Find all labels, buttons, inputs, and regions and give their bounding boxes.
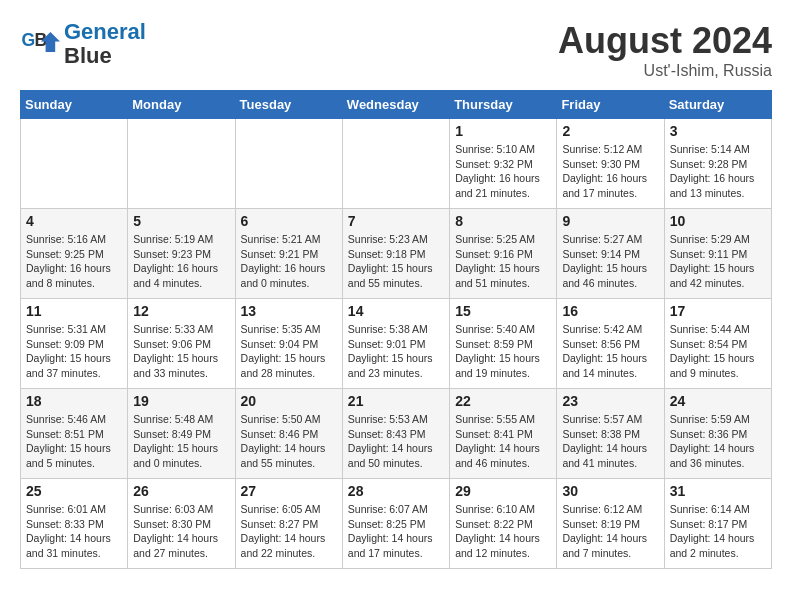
day-info: Sunrise: 5:27 AM Sunset: 9:14 PM Dayligh…: [562, 232, 658, 291]
day-info: Sunrise: 6:12 AM Sunset: 8:19 PM Dayligh…: [562, 502, 658, 561]
calendar-cell: [21, 119, 128, 209]
calendar-cell: 29Sunrise: 6:10 AM Sunset: 8:22 PM Dayli…: [450, 479, 557, 569]
day-number: 18: [26, 393, 122, 409]
day-info: Sunrise: 5:59 AM Sunset: 8:36 PM Dayligh…: [670, 412, 766, 471]
day-info: Sunrise: 6:03 AM Sunset: 8:30 PM Dayligh…: [133, 502, 229, 561]
day-number: 31: [670, 483, 766, 499]
calendar-cell: [128, 119, 235, 209]
day-info: Sunrise: 5:46 AM Sunset: 8:51 PM Dayligh…: [26, 412, 122, 471]
calendar-week-1: 1Sunrise: 5:10 AM Sunset: 9:32 PM Daylig…: [21, 119, 772, 209]
calendar-cell: 31Sunrise: 6:14 AM Sunset: 8:17 PM Dayli…: [664, 479, 771, 569]
day-info: Sunrise: 5:57 AM Sunset: 8:38 PM Dayligh…: [562, 412, 658, 471]
day-number: 19: [133, 393, 229, 409]
day-info: Sunrise: 6:05 AM Sunset: 8:27 PM Dayligh…: [241, 502, 337, 561]
calendar-cell: 5Sunrise: 5:19 AM Sunset: 9:23 PM Daylig…: [128, 209, 235, 299]
day-number: 4: [26, 213, 122, 229]
calendar-cell: 2Sunrise: 5:12 AM Sunset: 9:30 PM Daylig…: [557, 119, 664, 209]
calendar-cell: 10Sunrise: 5:29 AM Sunset: 9:11 PM Dayli…: [664, 209, 771, 299]
day-info: Sunrise: 5:55 AM Sunset: 8:41 PM Dayligh…: [455, 412, 551, 471]
calendar-week-4: 18Sunrise: 5:46 AM Sunset: 8:51 PM Dayli…: [21, 389, 772, 479]
calendar-cell: 25Sunrise: 6:01 AM Sunset: 8:33 PM Dayli…: [21, 479, 128, 569]
day-info: Sunrise: 5:19 AM Sunset: 9:23 PM Dayligh…: [133, 232, 229, 291]
calendar-cell: 3Sunrise: 5:14 AM Sunset: 9:28 PM Daylig…: [664, 119, 771, 209]
day-number: 10: [670, 213, 766, 229]
day-number: 8: [455, 213, 551, 229]
day-number: 20: [241, 393, 337, 409]
day-number: 9: [562, 213, 658, 229]
day-info: Sunrise: 6:14 AM Sunset: 8:17 PM Dayligh…: [670, 502, 766, 561]
day-info: Sunrise: 5:35 AM Sunset: 9:04 PM Dayligh…: [241, 322, 337, 381]
day-number: 30: [562, 483, 658, 499]
weekday-header-friday: Friday: [557, 91, 664, 119]
day-number: 1: [455, 123, 551, 139]
day-number: 7: [348, 213, 444, 229]
calendar-cell: 13Sunrise: 5:35 AM Sunset: 9:04 PM Dayli…: [235, 299, 342, 389]
day-info: Sunrise: 5:50 AM Sunset: 8:46 PM Dayligh…: [241, 412, 337, 471]
day-info: Sunrise: 5:33 AM Sunset: 9:06 PM Dayligh…: [133, 322, 229, 381]
day-info: Sunrise: 5:23 AM Sunset: 9:18 PM Dayligh…: [348, 232, 444, 291]
month-year: August 2024: [558, 20, 772, 62]
calendar-cell: 4Sunrise: 5:16 AM Sunset: 9:25 PM Daylig…: [21, 209, 128, 299]
calendar-cell: 8Sunrise: 5:25 AM Sunset: 9:16 PM Daylig…: [450, 209, 557, 299]
day-info: Sunrise: 5:42 AM Sunset: 8:56 PM Dayligh…: [562, 322, 658, 381]
logo: G B General Blue: [20, 20, 146, 68]
day-number: 12: [133, 303, 229, 319]
day-number: 21: [348, 393, 444, 409]
calendar-cell: 19Sunrise: 5:48 AM Sunset: 8:49 PM Dayli…: [128, 389, 235, 479]
day-info: Sunrise: 5:53 AM Sunset: 8:43 PM Dayligh…: [348, 412, 444, 471]
day-info: Sunrise: 5:16 AM Sunset: 9:25 PM Dayligh…: [26, 232, 122, 291]
svg-text:G: G: [22, 31, 36, 51]
calendar-week-5: 25Sunrise: 6:01 AM Sunset: 8:33 PM Dayli…: [21, 479, 772, 569]
calendar-week-3: 11Sunrise: 5:31 AM Sunset: 9:09 PM Dayli…: [21, 299, 772, 389]
day-number: 6: [241, 213, 337, 229]
day-number: 5: [133, 213, 229, 229]
weekday-header-saturday: Saturday: [664, 91, 771, 119]
calendar-cell: 14Sunrise: 5:38 AM Sunset: 9:01 PM Dayli…: [342, 299, 449, 389]
calendar-cell: 28Sunrise: 6:07 AM Sunset: 8:25 PM Dayli…: [342, 479, 449, 569]
weekday-header-thursday: Thursday: [450, 91, 557, 119]
calendar-cell: [342, 119, 449, 209]
weekday-header-row: SundayMondayTuesdayWednesdayThursdayFrid…: [21, 91, 772, 119]
day-number: 22: [455, 393, 551, 409]
calendar-cell: 20Sunrise: 5:50 AM Sunset: 8:46 PM Dayli…: [235, 389, 342, 479]
calendar-cell: [235, 119, 342, 209]
calendar-cell: 21Sunrise: 5:53 AM Sunset: 8:43 PM Dayli…: [342, 389, 449, 479]
logo-icon: G B: [20, 24, 60, 64]
calendar-cell: 30Sunrise: 6:12 AM Sunset: 8:19 PM Dayli…: [557, 479, 664, 569]
day-info: Sunrise: 5:29 AM Sunset: 9:11 PM Dayligh…: [670, 232, 766, 291]
title-block: August 2024 Ust'-Ishim, Russia: [558, 20, 772, 80]
day-number: 27: [241, 483, 337, 499]
day-number: 25: [26, 483, 122, 499]
weekday-header-sunday: Sunday: [21, 91, 128, 119]
day-number: 28: [348, 483, 444, 499]
weekday-header-tuesday: Tuesday: [235, 91, 342, 119]
calendar-cell: 11Sunrise: 5:31 AM Sunset: 9:09 PM Dayli…: [21, 299, 128, 389]
calendar-cell: 24Sunrise: 5:59 AM Sunset: 8:36 PM Dayli…: [664, 389, 771, 479]
calendar-cell: 22Sunrise: 5:55 AM Sunset: 8:41 PM Dayli…: [450, 389, 557, 479]
day-number: 11: [26, 303, 122, 319]
weekday-header-monday: Monday: [128, 91, 235, 119]
day-info: Sunrise: 5:25 AM Sunset: 9:16 PM Dayligh…: [455, 232, 551, 291]
logo-text: General Blue: [64, 20, 146, 68]
calendar-cell: 26Sunrise: 6:03 AM Sunset: 8:30 PM Dayli…: [128, 479, 235, 569]
location: Ust'-Ishim, Russia: [558, 62, 772, 80]
day-number: 26: [133, 483, 229, 499]
day-number: 15: [455, 303, 551, 319]
calendar-cell: 18Sunrise: 5:46 AM Sunset: 8:51 PM Dayli…: [21, 389, 128, 479]
day-number: 16: [562, 303, 658, 319]
page-header: G B General Blue August 2024 Ust'-Ishim,…: [20, 20, 772, 80]
day-info: Sunrise: 5:38 AM Sunset: 9:01 PM Dayligh…: [348, 322, 444, 381]
calendar-cell: 16Sunrise: 5:42 AM Sunset: 8:56 PM Dayli…: [557, 299, 664, 389]
day-info: Sunrise: 5:14 AM Sunset: 9:28 PM Dayligh…: [670, 142, 766, 201]
calendar-cell: 15Sunrise: 5:40 AM Sunset: 8:59 PM Dayli…: [450, 299, 557, 389]
day-info: Sunrise: 6:10 AM Sunset: 8:22 PM Dayligh…: [455, 502, 551, 561]
day-info: Sunrise: 6:07 AM Sunset: 8:25 PM Dayligh…: [348, 502, 444, 561]
day-number: 17: [670, 303, 766, 319]
calendar-cell: 17Sunrise: 5:44 AM Sunset: 8:54 PM Dayli…: [664, 299, 771, 389]
day-number: 29: [455, 483, 551, 499]
day-info: Sunrise: 5:31 AM Sunset: 9:09 PM Dayligh…: [26, 322, 122, 381]
calendar-cell: 1Sunrise: 5:10 AM Sunset: 9:32 PM Daylig…: [450, 119, 557, 209]
calendar-table: SundayMondayTuesdayWednesdayThursdayFrid…: [20, 90, 772, 569]
day-info: Sunrise: 6:01 AM Sunset: 8:33 PM Dayligh…: [26, 502, 122, 561]
calendar-cell: 7Sunrise: 5:23 AM Sunset: 9:18 PM Daylig…: [342, 209, 449, 299]
